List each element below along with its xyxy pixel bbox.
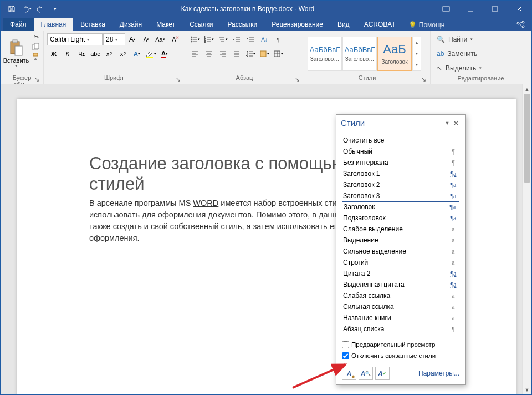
shading-icon[interactable]: ▾ [258,49,271,58]
group-clipboard: Вставить ▼ ✂ Буфер обм…↘ [1,31,44,84]
scroll-down-icon[interactable]: ▼ [523,385,531,394]
replace-button[interactable]: abЗаменить [434,49,480,58]
font-color-icon[interactable]: A▾ [158,49,171,59]
style-list-item[interactable]: Заголовок 1¶a [342,168,459,179]
clipboard-icon [9,39,23,56]
gallery-more-icon[interactable]: ▴▾▾ [412,37,421,71]
dialog-launcher-icon[interactable]: ↘ [33,76,40,83]
dialog-launcher-icon[interactable]: ↘ [294,76,300,83]
tab-file[interactable]: Файл [3,18,34,31]
close-icon[interactable] [507,1,531,17]
underline-icon[interactable]: Ч▾ [75,50,88,58]
tab-acrobat[interactable]: ACROBAT [357,18,403,31]
style-list-item[interactable]: Обычный¶ [342,146,459,157]
style-list-item[interactable]: Сильное выделениеa [342,246,459,257]
decrease-indent-icon[interactable] [230,35,243,44]
style-inspector-button[interactable]: A🔍 [359,367,373,380]
style-gallery-item[interactable]: АаБЗаголовок [377,37,412,71]
tell-me[interactable]: 💡Помощн [403,19,451,31]
redo-icon[interactable] [34,2,47,16]
copy-icon[interactable] [29,42,43,51]
style-list-item[interactable]: Абзац списка¶ [342,323,459,335]
cut-icon[interactable]: ✂ [29,33,43,41]
style-list-item[interactable]: Название книгиa [342,312,459,323]
highlight-icon[interactable]: ▾ [144,49,157,59]
style-list-item[interactable]: Заголовок¶a [342,201,459,212]
clear-format-icon[interactable]: A✕ [167,36,181,43]
align-left-icon[interactable] [188,49,202,58]
tab-design[interactable]: Дизайн [112,18,149,31]
style-list-item[interactable]: Строгийa [342,257,459,268]
borders-icon[interactable]: ▾ [272,49,285,58]
share-icon[interactable] [510,17,531,31]
strike-icon[interactable]: abc [89,50,102,58]
style-list-item[interactable]: Без интервала¶ [342,157,459,168]
qat-customize-icon[interactable]: ▾ [48,2,62,16]
style-gallery-item[interactable]: АаБбВвГЗаголово… [308,37,342,71]
tab-home[interactable]: Главная [34,18,74,31]
style-gallery-item[interactable]: АаБбВвГЗаголово… [342,37,377,71]
numbering-icon[interactable]: 123▾ [202,35,216,44]
style-list-item[interactable]: Цитата 2¶a [342,268,459,279]
subscript-icon[interactable]: x2 [103,50,116,58]
scroll-up-icon[interactable]: ▲ [523,84,531,94]
scroll-thumb[interactable] [524,94,530,183]
tab-insert[interactable]: Вставка [73,18,112,31]
paste-button[interactable]: Вставить ▼ [4,33,28,74]
change-case-icon[interactable]: Aa▾ [154,36,167,43]
pane-header[interactable]: Стили ▼ ✕ [336,115,465,131]
align-right-icon[interactable] [216,49,229,58]
style-list-item[interactable]: Сильная ссылкаa [342,301,459,312]
bullets-icon[interactable]: ▾ [188,35,202,44]
grow-font-icon[interactable]: A▴ [126,35,139,44]
minimize-icon[interactable] [458,1,483,17]
undo-icon[interactable]: ▾ [19,2,33,16]
style-list-item[interactable]: Очистить все [342,135,459,146]
ribbon-display-icon[interactable] [434,1,458,17]
manage-styles-button[interactable]: A✔ [375,367,390,380]
text-effects-icon[interactable]: A▾ [130,50,144,58]
svg-point-2 [517,22,519,24]
shrink-font-icon[interactable]: A▾ [140,36,153,43]
increase-indent-icon[interactable] [244,35,257,44]
pane-parameters-link[interactable]: Параметры... [392,369,459,377]
save-icon[interactable] [5,2,18,16]
multilevel-icon[interactable]: ▾ [216,35,229,44]
line-spacing-icon[interactable]: ▾ [244,49,257,58]
disable-linked-checkbox[interactable]: Отключить связанные стили [342,350,459,361]
dialog-launcher-icon[interactable]: ↘ [420,76,427,83]
bold-icon[interactable]: Ж [47,50,60,58]
pane-close-icon[interactable]: ✕ [452,119,461,128]
italic-icon[interactable]: К [61,50,74,58]
pane-options-icon[interactable]: ▼ [443,120,452,126]
preview-checkbox[interactable]: Предварительный просмотр [342,339,459,350]
vertical-scrollbar[interactable]: ▲ ▼ [522,84,531,394]
superscript-icon[interactable]: x2 [116,50,130,58]
pane-title: Стили [341,118,443,128]
align-center-icon[interactable] [202,49,216,58]
dialog-launcher-icon[interactable]: ↘ [175,76,181,83]
tab-layout[interactable]: Макет [149,18,182,31]
font-name-select[interactable]: Calibri Light▾ [47,33,103,45]
font-size-select[interactable]: 28▾ [103,33,125,45]
style-list-item[interactable]: Слабое выделениеa [342,224,459,235]
format-painter-icon[interactable] [29,52,43,61]
style-list-item[interactable]: Подзаголовок¶a [342,212,459,224]
bulb-icon: 💡 [408,21,417,29]
select-button[interactable]: ↖Выделить▾ [434,64,484,73]
show-marks-icon[interactable]: ¶ [272,36,285,43]
tab-view[interactable]: Вид [330,18,357,31]
style-list-item[interactable]: Заголовок 2¶a [342,179,459,190]
tab-mailings[interactable]: Рассылки [220,18,264,31]
style-list-item[interactable]: Заголовок 3¶a [342,190,459,201]
new-style-button[interactable]: A✹ [342,367,356,380]
tab-review[interactable]: Рецензирование [264,18,330,31]
style-list-item[interactable]: Выделениеa [342,235,459,246]
sort-icon[interactable]: A↓ [258,36,271,43]
style-list-item[interactable]: Слабая ссылкаa [342,290,459,301]
style-list-item[interactable]: Выделенная цитата¶a [342,279,459,290]
tab-references[interactable]: Ссылки [182,18,220,31]
find-button[interactable]: 🔍Найти▾ [434,35,475,44]
justify-icon[interactable] [230,49,243,58]
maximize-icon[interactable] [483,1,507,17]
